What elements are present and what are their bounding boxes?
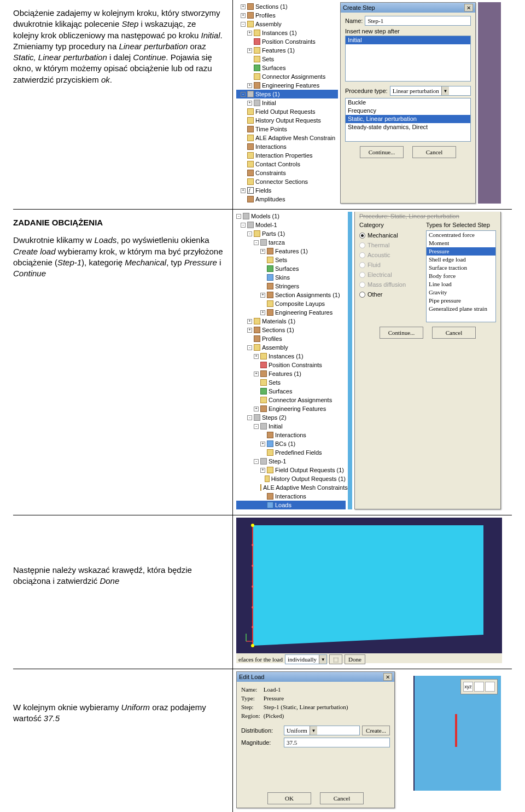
tree-row[interactable]: +Engineering Features — [236, 308, 346, 317]
tree-row[interactable]: History Output Requests — [236, 116, 338, 125]
procedure-option[interactable]: Buckle — [346, 98, 470, 107]
tree-row[interactable]: Interaction Properties — [236, 151, 338, 160]
dialog-title-bar[interactable]: Create Step ✕ — [341, 3, 475, 13]
done-button[interactable]: Done — [345, 654, 365, 664]
tree-row[interactable]: +Instances (1) — [236, 352, 346, 361]
expander-icon[interactable]: + — [260, 293, 265, 298]
tree-row[interactable]: Surfaces — [236, 63, 338, 72]
expander-icon[interactable]: + — [247, 31, 252, 36]
tree-row[interactable]: Composite Layups — [236, 299, 346, 308]
category-radio[interactable]: Thermal — [359, 240, 419, 250]
tree-row[interactable]: Time Points — [236, 125, 338, 134]
category-radio[interactable]: Electrical — [359, 270, 419, 280]
expander-icon[interactable]: + — [241, 188, 246, 193]
tree-row[interactable]: Skins — [236, 273, 346, 282]
tree-row[interactable]: Amplitudes — [236, 195, 338, 204]
load-type-option[interactable]: Moment — [427, 239, 495, 247]
expander-icon[interactable]: - — [247, 231, 252, 236]
step-name-input[interactable] — [365, 16, 471, 26]
procedure-option[interactable]: Steady-state dynamics, Direct — [346, 123, 470, 131]
category-radio[interactable]: Fluid — [359, 260, 419, 270]
tree-row[interactable]: Surfaces — [236, 387, 346, 396]
expander-icon[interactable]: - — [247, 345, 252, 350]
expander-icon[interactable]: - — [241, 92, 246, 97]
tree-row[interactable]: Connector Assignments — [236, 396, 346, 404]
expander-icon[interactable]: - — [236, 214, 241, 219]
tree-row[interactable]: -Steps (1) — [236, 90, 338, 98]
insert-after-list[interactable]: Initial — [345, 36, 471, 82]
category-radio[interactable]: Mass diffusion — [359, 280, 419, 289]
expander-icon[interactable]: + — [260, 249, 265, 254]
viewport-scene[interactable]: efaces for the load individually ▼ ⬚ Don… — [236, 518, 501, 663]
tree-row[interactable]: -Assembly — [236, 20, 338, 28]
tree-row[interactable]: +Sections (1) — [236, 326, 346, 334]
expander-icon[interactable]: + — [247, 83, 252, 88]
tree-row[interactable]: +Fields — [236, 186, 338, 195]
category-radio[interactable]: Acoustic — [359, 250, 419, 260]
tree-row[interactable]: Sets — [236, 378, 346, 387]
create-distribution-button[interactable]: Create... — [362, 726, 390, 735]
expander-icon[interactable]: + — [247, 328, 252, 333]
expander-icon[interactable]: + — [241, 4, 246, 9]
load-type-option[interactable]: Pipe pressure — [427, 297, 495, 305]
tree-row[interactable]: +Materials (1) — [236, 317, 346, 326]
expander-icon[interactable]: + — [247, 101, 252, 106]
expander-icon[interactable]: + — [241, 13, 246, 18]
tree-row[interactable]: ALE Adaptive Mesh Constraints — [236, 483, 346, 492]
tree-row[interactable]: Predefined Fields — [236, 448, 346, 457]
tree-row[interactable]: Field Output Requests — [236, 107, 338, 116]
expander-icon[interactable]: - — [241, 22, 246, 27]
expander-icon[interactable]: - — [247, 415, 252, 420]
close-icon[interactable]: ✕ — [464, 4, 473, 11]
cancel-button[interactable]: Cancel — [432, 327, 476, 339]
category-radios[interactable]: MechanicalThermalAcousticFluidElectrical… — [359, 230, 419, 299]
selection-mode-select[interactable]: individually ▼ — [285, 654, 327, 664]
tree-row[interactable]: -Steps (2) — [236, 413, 346, 422]
tree-row[interactable]: +Features (1) — [236, 369, 346, 378]
tree-row[interactable]: -Assembly — [236, 343, 346, 352]
load-type-option[interactable]: Generalized plane strain — [427, 305, 495, 313]
tree-row[interactable]: -Initial — [236, 422, 346, 431]
procedure-option[interactable]: Static, Linear perturbation — [346, 115, 470, 123]
expander-icon[interactable]: - — [241, 223, 246, 228]
magnitude-input[interactable] — [284, 738, 390, 747]
tree-row[interactable]: +Instances (1) — [236, 28, 338, 37]
tree-row[interactable]: Sets — [236, 256, 346, 264]
tree-row[interactable]: -Step-1 — [236, 457, 346, 466]
tree-row[interactable]: Sets — [236, 55, 338, 63]
types-list[interactable]: Concentrated forceMomentPressureShell ed… — [426, 230, 496, 322]
tree-row[interactable]: +Initial — [236, 98, 338, 107]
expander-icon[interactable]: + — [260, 442, 265, 446]
tree-row[interactable]: +Sections (1) — [236, 2, 338, 11]
tree-row[interactable]: +Features (1) — [236, 247, 346, 256]
expander-icon[interactable]: + — [260, 468, 265, 473]
procedure-type-select[interactable]: Linear perturbation ▼ — [390, 86, 471, 96]
tree-row[interactable]: -Models (1) — [236, 212, 346, 221]
tree-row[interactable]: +Field Output Requests (1) — [236, 466, 346, 474]
tree-row[interactable]: Contact Controls — [236, 160, 338, 169]
load-type-option[interactable]: Pressure — [427, 247, 495, 256]
view-tool-icon[interactable] — [474, 682, 484, 692]
tree-row[interactable]: Interactions — [236, 142, 338, 151]
expander-icon[interactable]: + — [254, 372, 259, 376]
expander-icon[interactable]: + — [247, 319, 252, 324]
tree-row[interactable]: +Section Assignments (1) — [236, 291, 346, 299]
view-tool-icon[interactable] — [485, 682, 495, 692]
tree-row[interactable]: Connector Assignments — [236, 72, 338, 81]
procedure-option[interactable]: Frequency — [346, 107, 470, 115]
load-type-option[interactable]: Concentrated force — [427, 231, 495, 239]
load-type-option[interactable]: Gravity — [427, 288, 495, 297]
tree-row[interactable]: Stringers — [236, 282, 346, 291]
tree-row[interactable]: +Engineering Features — [236, 404, 346, 413]
tree-row[interactable]: History Output Requests (1) — [236, 474, 346, 483]
tree-row[interactable]: ALE Adaptive Mesh Constrain — [236, 134, 338, 142]
procedure-options-list[interactable]: BuckleFrequencyStatic, Linear perturbati… — [345, 98, 471, 142]
expander-icon[interactable]: + — [254, 407, 259, 411]
cancel-button[interactable]: Cancel — [412, 146, 456, 158]
distribution-select[interactable]: Uniform ▼ — [284, 726, 360, 735]
view-toolbar[interactable]: xyz — [460, 679, 498, 694]
tree-row[interactable]: +BCs (1) — [236, 439, 346, 448]
tree-row[interactable]: Interactions — [236, 431, 346, 439]
tree-row[interactable]: Constraints — [236, 169, 338, 177]
tree-row[interactable]: Surfaces — [236, 264, 346, 273]
